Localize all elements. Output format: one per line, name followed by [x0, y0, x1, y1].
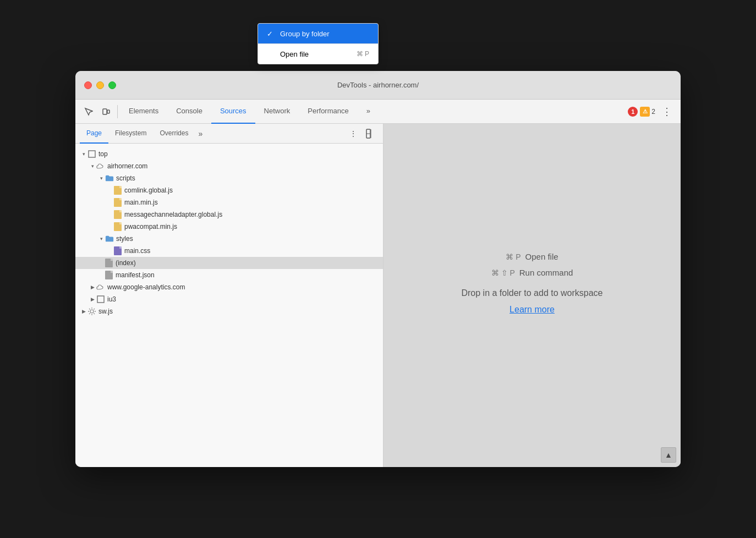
panel-actions: ⋮: [346, 126, 379, 141]
error-badge[interactable]: 1: [628, 107, 638, 117]
main-content: Page Filesystem Overrides » ⋮: [75, 124, 681, 467]
json-file-icon: [105, 271, 113, 279]
tree-item-top[interactable]: ▾ top: [75, 148, 383, 160]
scroll-up-button[interactable]: ▲: [661, 447, 676, 463]
tree-label-iu3: iu3: [107, 295, 116, 303]
tree-item-sw[interactable]: ▶ sw.js: [75, 305, 383, 317]
tree-arrow-scripts: ▾: [97, 175, 105, 181]
tree-item-scripts[interactable]: ▾ scripts: [75, 172, 383, 184]
toolbar: Elements Console Sources Network Perform…: [75, 100, 681, 124]
tree-label-main-min: main.min.js: [124, 199, 158, 206]
folder-icon-scripts: [105, 174, 114, 183]
tree-label-index: (index): [116, 259, 136, 267]
tree-label-airhorner: airhorner.com: [107, 162, 147, 170]
panel-tab-page[interactable]: Page: [80, 124, 108, 144]
css-file-icon: [114, 246, 122, 255]
tab-elements[interactable]: Elements: [120, 100, 167, 124]
tree-label-scripts: scripts: [116, 174, 135, 182]
left-panel: Page Filesystem Overrides » ⋮: [75, 124, 384, 467]
tree-label-manifest: manifest.json: [116, 271, 155, 279]
warning-badge[interactable]: ⚠ 2: [640, 107, 655, 117]
right-content: ⌘ P Open file ⌘ ⇧ P Run command Drop in …: [384, 124, 681, 443]
panel-tabs-more[interactable]: »: [195, 129, 206, 138]
svg-rect-1: [107, 110, 109, 113]
open-file-shortcut-keys: ⌘ P: [506, 252, 521, 261]
tree-arrow-airhorner: ▾: [89, 163, 96, 169]
html-file-icon: [105, 259, 113, 267]
svg-rect-6: [97, 296, 104, 303]
svg-rect-0: [103, 109, 107, 114]
minimize-button[interactable]: [96, 81, 104, 89]
title-bar: DevTools - airhorner.com/: [75, 71, 681, 100]
tree-label-google-analytics: www.google-analytics.com: [107, 283, 185, 291]
tab-list: Elements Console Sources Network Perform…: [120, 100, 628, 124]
close-button[interactable]: [84, 81, 92, 89]
toolbar-more-button[interactable]: ⋮: [658, 103, 676, 120]
run-command-shortcut-keys: ⌘ ⇧ P: [491, 268, 515, 277]
tree-item-iu3[interactable]: ▶ iu3: [75, 293, 383, 305]
js-file-icon-2: [114, 198, 122, 207]
gear-icon-sw: [87, 307, 96, 316]
tree-item-airhorner[interactable]: ▾ airhorner.com: [75, 160, 383, 172]
panel-tabs: Page Filesystem Overrides » ⋮: [75, 124, 383, 144]
shortcut-row-open: ⌘ P Open file: [506, 252, 558, 261]
tree-label-styles: styles: [116, 235, 133, 243]
tree-label-message: messagechanneladapter.global.js: [124, 211, 222, 218]
inspect-tool-button[interactable]: [80, 104, 97, 119]
tree-label-pwacompat: pwacompat.min.js: [124, 223, 177, 230]
cloud-icon: [96, 162, 105, 171]
tab-sources[interactable]: Sources: [211, 100, 255, 124]
shortcut-row-run: ⌘ ⇧ P Run command: [491, 268, 573, 277]
learn-more-link[interactable]: Learn more: [510, 305, 555, 315]
tab-more[interactable]: »: [358, 100, 379, 124]
maximize-button[interactable]: [108, 81, 116, 89]
tree-item-comlink[interactable]: ▾ comlink.global.js: [75, 184, 383, 196]
right-bottom: ▲: [384, 443, 681, 467]
tree-item-google-analytics[interactable]: ▶ www.google-analytics.com: [75, 281, 383, 293]
right-panel: ⌘ P Open file ⌘ ⇧ P Run command Drop in …: [384, 124, 681, 467]
panel-menu-button[interactable]: ⋮: [346, 126, 361, 141]
tree-item-main-min[interactable]: ▾ main.min.js: [75, 196, 383, 208]
error-count-badge: 1: [628, 107, 638, 117]
folder-icon-styles: [105, 234, 114, 243]
js-file-icon-4: [114, 222, 122, 231]
panel-tab-overrides[interactable]: Overrides: [153, 124, 195, 144]
tree-arrow-top: ▾: [80, 151, 87, 157]
panel-layout-button[interactable]: [363, 126, 379, 141]
file-tree: ▾ top ▾ airhorner.com: [75, 144, 383, 467]
traffic-lights: [84, 81, 116, 89]
tree-item-message[interactable]: ▾ messagechanneladapter.global.js: [75, 208, 383, 221]
square-icon: [87, 150, 96, 158]
tree-item-index[interactable]: ▾ (index): [75, 257, 383, 269]
svg-rect-5: [89, 151, 95, 157]
tree-label-top: top: [98, 150, 108, 158]
square-icon-iu3: [96, 295, 105, 304]
devtools-window: DevTools - airhorner.com/ Elements Conso…: [75, 71, 681, 467]
tab-network[interactable]: Network: [255, 100, 299, 124]
window-title: DevTools - airhorner.com/: [337, 81, 419, 89]
run-command-label: Run command: [519, 268, 573, 277]
tree-label-comlink: comlink.global.js: [124, 186, 173, 194]
cloud-icon-ga: [96, 283, 105, 292]
tree-item-pwacompat[interactable]: ▾ pwacompat.min.js: [75, 221, 383, 233]
panel-tab-filesystem[interactable]: Filesystem: [108, 124, 153, 144]
tree-item-manifest[interactable]: ▾ manifest.json: [75, 269, 383, 281]
js-file-icon-3: [114, 210, 122, 219]
tab-performance[interactable]: Performance: [299, 100, 357, 124]
tab-console[interactable]: Console: [167, 100, 211, 124]
tree-item-main-css[interactable]: ▾ main.css: [75, 245, 383, 257]
tree-label-sw: sw.js: [98, 308, 113, 315]
toolbar-divider: [117, 105, 118, 118]
tree-item-styles[interactable]: ▾ styles: [75, 233, 383, 245]
tree-label-main-css: main.css: [124, 247, 150, 255]
open-file-label: Open file: [525, 252, 558, 261]
drop-text: Drop in a folder to add to workspace: [461, 288, 602, 298]
toolbar-right: 1 ⚠ 2 ⋮: [628, 103, 676, 120]
warning-count-badge: ⚠: [640, 107, 650, 117]
js-file-icon: [114, 186, 122, 195]
device-toolbar-button[interactable]: [97, 104, 115, 119]
